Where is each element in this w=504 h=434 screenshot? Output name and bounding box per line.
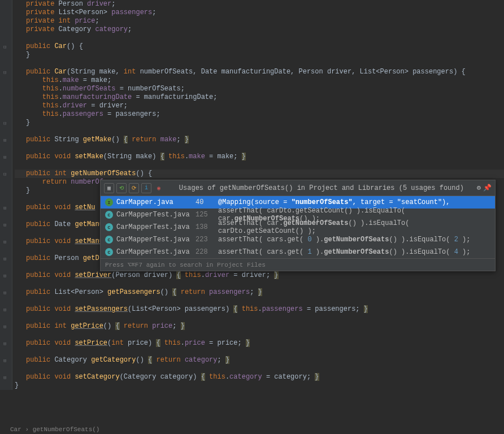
code-line[interactable]: } [15,381,504,390]
usage-file-name: CarMapperTest.java [116,248,195,256]
code-line[interactable] [15,331,504,339]
fold-expand-icon[interactable]: ⊞ [3,255,9,261]
fold-expand-icon[interactable]: ⊞ [3,289,9,295]
fold-expand-icon[interactable]: ⊞ [3,238,9,244]
usage-file-name: CarMapper.java [116,198,195,206]
usage-file-name: CarMapperTest.java [116,223,195,231]
usage-row[interactable]: CCarMapperTest.java228assertThat( cars.g… [101,246,495,258]
code-line[interactable]: public void setPassengers(List<Person> p… [15,305,504,314]
class-file-icon: C [105,211,113,219]
breadcrumb[interactable]: Car › getNumberOfSeats() [10,426,99,433]
code-line[interactable]: } [15,51,504,59]
code-line[interactable]: private Category category; [15,25,504,34]
breadcrumb-method[interactable]: getNumberOfSeats() [33,426,100,433]
fold-expand-icon[interactable]: ⊞ [3,222,9,227]
usage-line-number: 40 [195,198,218,206]
usage-file-name: CarMapperTest.java [116,211,195,219]
settings-icon[interactable]: ⚙ [477,184,481,192]
pin-icon[interactable]: 📌 [483,184,492,192]
usage-line-number: 223 [195,236,218,244]
usage-code-text: assertThat( cars.get( 0 ).getNumberOfSea… [218,236,490,244]
code-line[interactable]: this.manufacturingDate = manufacturingDa… [15,93,504,102]
fold-expand-icon[interactable]: ⊞ [3,272,9,278]
popup-footer-hint: Press ⌥⌘F7 again to search in Project Fi… [101,258,495,271]
usage-row[interactable]: CCarMapperTest.java138assertThat( car.ge… [101,221,495,233]
usage-line-number: 138 [195,223,218,231]
fold-collapse-icon[interactable]: ⊟ [3,44,9,49]
fold-expand-icon[interactable]: ⊞ [3,306,9,312]
code-line[interactable] [15,348,504,356]
code-line[interactable]: public int getNumberOfSeats() { [15,170,504,178]
code-line[interactable]: this.make = make; [15,76,504,85]
code-line[interactable] [15,364,504,373]
class-file-icon: C [105,236,113,244]
fold-collapse-icon[interactable]: ⊟ [3,120,9,125]
find-usages-popup: ▦ ⟲ ⟳ i ◉ Usages of getNumberOfSeats() i… [100,180,496,271]
code-line[interactable]: public void setPrice(int price) { this.p… [15,339,504,348]
code-line[interactable]: public Car() { [15,42,504,51]
code-line[interactable] [15,314,504,322]
usage-row[interactable]: CCarMapperTest.java223assertThat( cars.g… [101,233,495,246]
usage-line-number: 228 [195,248,218,256]
code-line[interactable]: this.driver = driver; [15,102,504,110]
code-line[interactable]: this.numberOfSeats = numberOfSeats; [15,85,504,93]
info-icon[interactable]: i [141,183,151,193]
fold-expand-icon[interactable]: ⊞ [3,340,9,346]
scope-icon[interactable]: ◉ [154,183,164,193]
code-line[interactable] [15,34,504,42]
fold-expand-icon[interactable]: ⊞ [3,374,9,380]
popup-toolbar: ▦ ⟲ ⟳ i ◉ Usages of getNumberOfSeats() i… [101,180,495,196]
code-line[interactable]: public void setDriver(Person driver) { t… [15,271,504,280]
popup-title: Usages of getNumberOfSeats() in Project … [166,184,477,192]
code-line[interactable]: public String getMake() { return make; } [15,136,504,144]
code-line[interactable]: private Person driver; [15,0,504,8]
fold-collapse-icon[interactable]: ⊟ [3,171,9,176]
fold-expand-icon[interactable]: ⊞ [3,137,9,142]
usage-code-text: assertThat( cars.get( 1 ).getNumberOfSea… [218,248,490,256]
code-line[interactable] [15,297,504,305]
interface-file-icon: I [105,198,113,206]
code-line[interactable]: public int getPrice() { return price; } [15,322,504,331]
code-line[interactable]: public List<Person> getPassengers() { re… [15,288,504,297]
fold-collapse-icon[interactable]: ⊟ [3,69,9,75]
editor-gutter: ⊟⊟⊟⊞⊞⊟⊞⊞⊞⊞⊞⊞⊞⊞⊞⊞⊞ [0,0,12,390]
code-line[interactable] [15,59,504,68]
code-line[interactable] [15,127,504,136]
usage-file-name: CarMapperTest.java [116,236,195,244]
fold-expand-icon[interactable]: ⊞ [3,154,9,159]
code-line[interactable]: this.passengers = passengers; [15,110,504,119]
code-line[interactable]: public Car(String make, int numberOfSeat… [15,68,504,76]
code-line[interactable] [15,144,504,153]
code-line[interactable]: public void setCategory(Category categor… [15,373,504,381]
code-line[interactable] [15,280,504,288]
code-line[interactable] [15,161,504,170]
breadcrumb-class[interactable]: Car [10,426,21,433]
breadcrumb-separator: › [25,426,32,433]
prev-occurrence-icon[interactable]: ⟲ [116,183,127,193]
fold-expand-icon[interactable]: ⊞ [3,357,9,363]
fold-expand-icon[interactable]: ⊞ [3,205,9,210]
code-line[interactable]: public void setMake(String make) { this.… [15,153,504,161]
expand-all-icon[interactable]: ▦ [104,183,114,193]
usage-code-text: @Mapping(source = "numberOfSeats", targe… [218,198,490,206]
code-line[interactable]: } [15,119,504,127]
usage-line-number: 125 [195,211,218,219]
code-line[interactable]: public Category getCategory() { return c… [15,356,504,364]
class-file-icon: C [105,223,113,231]
code-line[interactable]: private List<Person> passengers; [15,8,504,17]
code-line[interactable]: private int price; [15,17,504,25]
fold-expand-icon[interactable]: ⊞ [3,323,9,329]
class-file-icon: C [105,248,113,256]
usage-code-text: assertThat( car.getNumberOfSeats() ).isE… [218,219,490,235]
next-occurrence-icon[interactable]: ⟳ [129,183,139,193]
